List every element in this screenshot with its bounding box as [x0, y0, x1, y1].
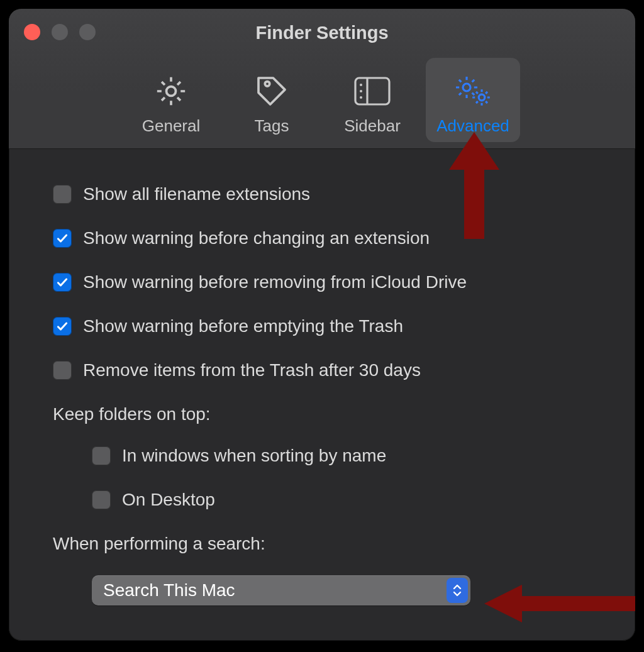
- window-title: Finder Settings: [9, 23, 635, 43]
- label-warn-trash: Show warning before emptying the Trash: [83, 316, 403, 336]
- tag-icon: [254, 71, 289, 111]
- dropdown-stepper-icon: [447, 578, 468, 603]
- tab-advanced[interactable]: Advanced: [426, 58, 520, 142]
- svg-point-6: [360, 96, 362, 99]
- svg-point-1: [265, 82, 269, 86]
- tab-sidebar-label: Sidebar: [344, 116, 401, 136]
- tab-tags[interactable]: Tags: [225, 58, 319, 142]
- finder-settings-window: Finder Settings General: [9, 9, 635, 641]
- label-warn-icloud: Show warning before removing from iCloud…: [83, 272, 467, 292]
- search-scope-value: Search This Mac: [103, 580, 447, 600]
- advanced-pane: Show all filename extensions Show warnin…: [9, 149, 635, 605]
- checkbox-show-extensions[interactable]: [53, 185, 72, 204]
- titlebar: Finder Settings General: [9, 9, 635, 149]
- option-trash-30days: Remove items from the Trash after 30 day…: [53, 360, 595, 380]
- option-warn-extension: Show warning before changing an extensio…: [53, 228, 595, 248]
- search-scope-dropdown[interactable]: Search This Mac: [92, 575, 470, 605]
- label-keep-windows: In windows when sorting by name: [122, 446, 386, 466]
- checkbox-keep-windows[interactable]: [92, 446, 111, 465]
- search-header: When performing a search:: [53, 534, 595, 554]
- gears-icon: [453, 71, 493, 111]
- checkbox-warn-trash[interactable]: [53, 317, 72, 336]
- option-warn-icloud: Show warning before removing from iCloud…: [53, 272, 595, 292]
- settings-tabs: General Tags: [9, 58, 635, 142]
- checkbox-warn-icloud[interactable]: [53, 273, 72, 292]
- tab-advanced-label: Advanced: [436, 116, 509, 136]
- checkbox-warn-extension[interactable]: [53, 229, 72, 248]
- label-warn-extension: Show warning before changing an extensio…: [83, 228, 430, 248]
- tab-sidebar[interactable]: Sidebar: [325, 58, 419, 142]
- tab-general[interactable]: General: [124, 58, 218, 142]
- label-trash-30days: Remove items from the Trash after 30 day…: [83, 360, 421, 380]
- option-keep-desktop: On Desktop: [92, 490, 595, 510]
- keep-folders-header: Keep folders on top:: [53, 404, 595, 424]
- option-warn-trash: Show warning before emptying the Trash: [53, 316, 595, 336]
- svg-point-7: [463, 84, 470, 91]
- option-show-extensions: Show all filename extensions: [53, 184, 595, 204]
- label-show-extensions: Show all filename extensions: [83, 184, 310, 204]
- svg-point-8: [479, 94, 485, 101]
- svg-point-4: [360, 84, 362, 86]
- gear-icon: [153, 71, 189, 111]
- svg-point-0: [167, 87, 176, 96]
- sidebar-icon: [353, 71, 391, 111]
- tab-tags-label: Tags: [255, 116, 289, 136]
- tab-general-label: General: [142, 116, 201, 136]
- checkbox-keep-desktop[interactable]: [92, 490, 111, 509]
- checkbox-trash-30days[interactable]: [53, 361, 72, 380]
- option-keep-windows: In windows when sorting by name: [92, 446, 595, 466]
- svg-point-5: [360, 90, 362, 92]
- label-keep-desktop: On Desktop: [122, 490, 215, 510]
